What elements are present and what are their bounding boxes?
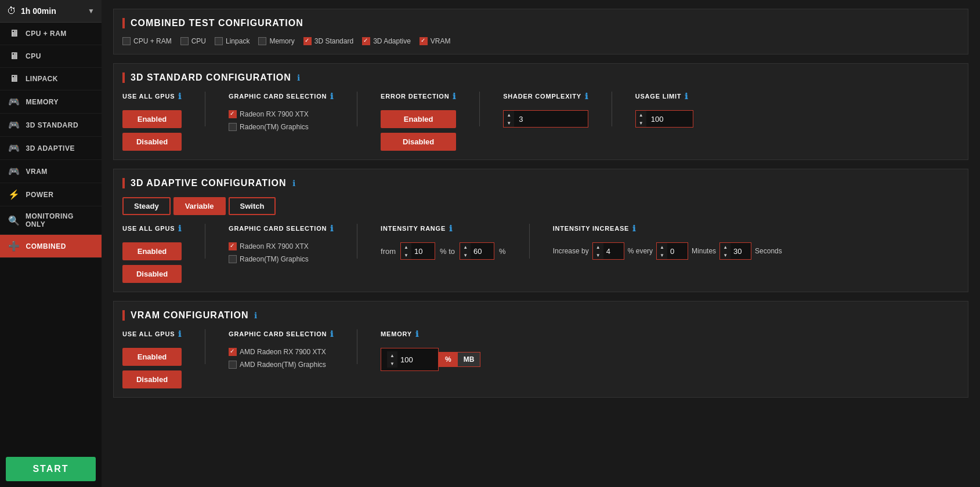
vram-use-all-gpus-help-icon[interactable]: ℹ (178, 329, 182, 339)
std-error-detection-help-icon[interactable]: ℹ (453, 92, 456, 101)
adaptive-use-all-gpus-help-icon[interactable]: ℹ (178, 224, 182, 233)
adaptive-variable-btn[interactable]: Variable (173, 197, 226, 215)
checkbox-cpu-ram-input[interactable] (122, 37, 131, 45)
vram-gpu-2[interactable]: AMD Radeon(TM) Graphics (229, 361, 334, 369)
checkbox-cpu-input[interactable] (180, 37, 189, 45)
adaptive-from-up-btn[interactable]: ▲ (401, 243, 411, 251)
adaptive-seconds-up-btn[interactable]: ▲ (720, 243, 731, 251)
std-use-all-gpus-help-icon[interactable]: ℹ (178, 92, 182, 101)
chevron-down-icon: ▼ (88, 7, 95, 15)
sidebar-item-vram[interactable]: 🎮 VRAM (0, 160, 102, 183)
sidebar-item-monitoring[interactable]: 🔍 MONITORING ONLY (0, 206, 102, 235)
vram-gpu-selection-help-icon[interactable]: ℹ (330, 329, 334, 339)
std-shader-up-btn[interactable]: ▲ (504, 111, 514, 119)
adaptive-disabled-button[interactable]: Disabled (122, 265, 182, 283)
vram-memory-down-btn[interactable]: ▼ (387, 359, 397, 368)
checkbox-cpu[interactable]: CPU (180, 37, 206, 45)
vram-memory-value-input[interactable] (397, 354, 435, 366)
std-gpu-selection-help-icon[interactable]: ℹ (330, 92, 334, 101)
adaptive-config-section: 3D ADAPTIVE CONFIGURATION ℹ Steady Varia… (113, 169, 968, 292)
adaptive-from-down-btn[interactable]: ▼ (401, 251, 411, 259)
vram-mb-button[interactable]: MB (458, 352, 481, 367)
vram-pct-button[interactable]: % (439, 352, 458, 367)
adaptive-config-title: 3D ADAPTIVE CONFIGURATION (131, 178, 287, 188)
std-gpu-2-checkbox[interactable] (229, 123, 237, 131)
sidebar-item-label: LINPACK (26, 75, 58, 83)
sidebar-item-cpu-ram[interactable]: 🖥 CPU + RAM (0, 23, 102, 45)
adaptive-gpu-2[interactable]: Radeon(TM) Graphics (229, 255, 334, 263)
adaptive-minutes-down-btn[interactable]: ▼ (657, 251, 667, 259)
std-gpu-1-checkbox[interactable] (229, 110, 237, 118)
adaptive-minutes-up-btn[interactable]: ▲ (657, 243, 667, 251)
std-gpu-2[interactable]: Radeon(TM) Graphics (229, 123, 334, 131)
adaptive-increase-up-btn[interactable]: ▲ (593, 243, 603, 251)
start-button[interactable]: START (6, 457, 96, 481)
vram-gpu-2-checkbox[interactable] (229, 361, 237, 369)
adaptive-gpu-selection-help-icon[interactable]: ℹ (330, 224, 334, 233)
checkbox-3d-standard-input[interactable] (303, 37, 312, 45)
sidebar-item-cpu[interactable]: 🖥 CPU (0, 45, 102, 68)
checkbox-3d-adaptive-input[interactable] (362, 37, 370, 45)
vram-enabled-button[interactable]: Enabled (122, 348, 182, 366)
checkbox-vram[interactable]: VRAM (420, 37, 451, 45)
adaptive-seconds-input[interactable] (731, 245, 751, 257)
adaptive-increase-down-btn[interactable]: ▼ (593, 251, 603, 259)
std-config-row: USE ALL GPUS ℹ Enabled Disabled GRAPHIC … (122, 92, 959, 151)
adaptive-seconds-down-btn[interactable]: ▼ (720, 251, 731, 259)
checkbox-memory-input[interactable] (258, 37, 266, 45)
vram-memory-help-icon[interactable]: ℹ (415, 329, 419, 339)
std-shader-help-icon[interactable]: ℹ (585, 92, 588, 101)
sidebar-item-3d-adaptive[interactable]: 🎮 3D ADAPTIVE (0, 137, 102, 160)
checkbox-3d-standard[interactable]: 3D Standard (303, 37, 353, 45)
vram-gpu-1[interactable]: AMD Radeon RX 7900 XTX (229, 348, 334, 356)
adaptive-to-up-btn[interactable]: ▲ (460, 243, 471, 251)
sidebar-item-label: CPU + RAM (26, 30, 67, 38)
monitoring-icon: 🔍 (8, 215, 20, 226)
vram-gpu-1-checkbox[interactable] (229, 348, 237, 356)
adaptive-increase-input[interactable] (603, 245, 624, 257)
std-usage-limit-up-btn[interactable]: ▲ (636, 111, 646, 119)
sidebar-item-combined[interactable]: ➕ COMBINED (0, 235, 102, 258)
timer-selector[interactable]: ⏱ 1h 00min ▼ (0, 0, 102, 23)
sidebar-item-memory[interactable]: 🎮 MEMORY (0, 90, 102, 114)
checkbox-memory[interactable]: Memory (258, 37, 294, 45)
adaptive-gpu-1-checkbox[interactable] (229, 242, 237, 250)
adaptive-intensity-increase-help-icon[interactable]: ℹ (632, 224, 636, 233)
checkbox-cpu-ram[interactable]: CPU + RAM (122, 37, 172, 45)
adaptive-gpu-2-label: Radeon(TM) Graphics (240, 255, 309, 263)
adaptive-gpu-1[interactable]: Radeon RX 7900 XTX (229, 242, 334, 250)
std-enabled-button[interactable]: Enabled (122, 110, 182, 128)
adaptive-switch-btn[interactable]: Switch (229, 197, 276, 215)
std-error-disabled-button[interactable]: Disabled (381, 133, 456, 151)
vram-disabled-button[interactable]: Disabled (122, 370, 182, 388)
std-usage-limit-help-icon[interactable]: ℹ (685, 92, 688, 101)
sidebar-item-linpack[interactable]: 🖥 LINPACK (0, 68, 102, 90)
sidebar-item-power[interactable]: ⚡ POWER (0, 183, 102, 206)
vram-memory-up-btn[interactable]: ▲ (387, 351, 397, 359)
adaptive-gpu-2-checkbox[interactable] (229, 255, 237, 263)
adaptive-from-input[interactable] (411, 245, 435, 257)
adaptive-help-icon[interactable]: ℹ (292, 179, 295, 188)
checkbox-vram-input[interactable] (420, 37, 428, 45)
std-gpu-1[interactable]: Radeon RX 7900 XTX (229, 110, 334, 118)
adaptive-steady-btn[interactable]: Steady (122, 197, 171, 215)
std-shader-down-btn[interactable]: ▼ (504, 119, 514, 127)
checkbox-linpack-input[interactable] (215, 37, 223, 45)
std-usage-limit-arrows: ▲ ▼ (636, 111, 646, 127)
std-disabled-button[interactable]: Disabled (122, 133, 182, 151)
adaptive-enabled-button[interactable]: Enabled (122, 242, 182, 260)
adaptive-minutes-input[interactable] (667, 245, 688, 257)
sidebar-item-3d-standard[interactable]: 🎮 3D STANDARD (0, 114, 102, 137)
std-help-icon[interactable]: ℹ (297, 73, 300, 82)
adaptive-to-down-btn[interactable]: ▼ (460, 251, 471, 259)
adaptive-divider-1 (205, 224, 205, 259)
vram-help-icon[interactable]: ℹ (254, 311, 257, 320)
std-error-enabled-button[interactable]: Enabled (381, 110, 456, 128)
std-usage-limit-input[interactable] (646, 113, 693, 125)
adaptive-to-input[interactable] (471, 245, 494, 257)
std-shader-input[interactable] (514, 113, 560, 125)
checkbox-3d-adaptive[interactable]: 3D Adaptive (362, 37, 411, 45)
adaptive-intensity-range-help-icon[interactable]: ℹ (449, 224, 453, 233)
checkbox-linpack[interactable]: Linpack (215, 37, 249, 45)
std-usage-limit-down-btn[interactable]: ▼ (636, 119, 646, 127)
